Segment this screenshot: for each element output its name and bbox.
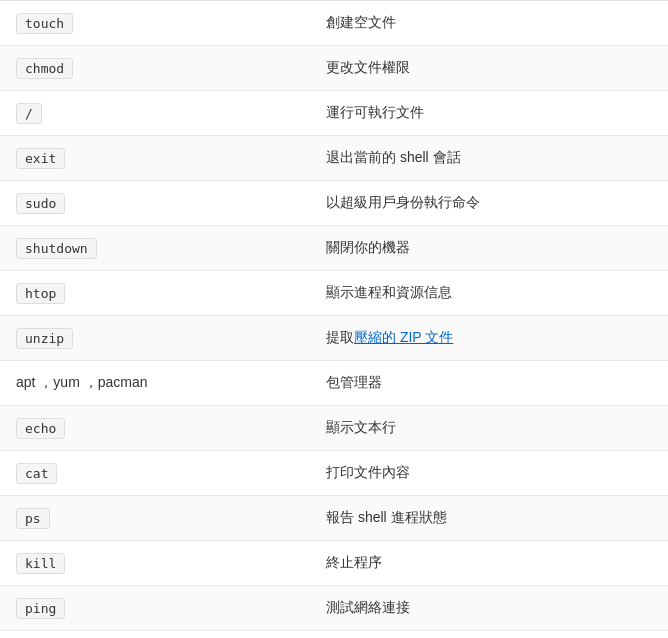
table-row: exit退出當前的 shell 會話 [0,136,668,181]
description-cell: 包管理器 [310,364,668,402]
command-cell: apt ，yum ，pacman [0,364,310,402]
command-cell: chmod [0,48,310,89]
command-cell: shutdown [0,228,310,269]
command-cell: touch [0,3,310,44]
description-cell: 打印文件內容 [310,454,668,492]
command-cell: kill [0,543,310,584]
table-row: unzip提取壓縮的 ZIP 文件 [0,316,668,361]
table-row: sudo以超級用戶身份執行命令 [0,181,668,226]
description-cell: 創建空文件 [310,4,668,42]
description-cell: 報告 shell 進程狀態 [310,499,668,537]
description-cell: 運行可執行文件 [310,94,668,132]
table-row: kill終止程序 [0,541,668,586]
command-cell: sudo [0,183,310,224]
command-cell: cat [0,453,310,494]
table-row: touch創建空文件 [0,1,668,46]
command-cell: ping [0,588,310,629]
command-badge: touch [16,13,73,34]
command-badge: cat [16,463,57,484]
command-badge: kill [16,553,65,574]
command-badge: ping [16,598,65,619]
table-row: shutdown關閉你的機器 [0,226,668,271]
table-row: apt ，yum ，pacman包管理器 [0,361,668,406]
description-cell: 退出當前的 shell 會話 [310,139,668,177]
command-badge: htop [16,283,65,304]
command-text: apt ，yum ，pacman [16,374,148,390]
table-row: /運行可執行文件 [0,91,668,136]
description-cell: 更改文件權限 [310,49,668,87]
table-row: ps報告 shell 進程狀態 [0,496,668,541]
description-cell: 顯示文本行 [310,409,668,447]
command-cell: echo [0,408,310,449]
command-cell: / [0,93,310,134]
command-badge: sudo [16,193,65,214]
command-table: touch創建空文件chmod更改文件權限/運行可執行文件exit退出當前的 s… [0,0,668,631]
command-cell: htop [0,273,310,314]
description-cell: 提取壓縮的 ZIP 文件 [310,319,668,357]
command-cell: exit [0,138,310,179]
command-badge: chmod [16,58,73,79]
command-badge: shutdown [16,238,97,259]
command-cell: unzip [0,318,310,359]
command-badge: unzip [16,328,73,349]
table-row: ping測試網絡連接 [0,586,668,631]
description-cell: 終止程序 [310,544,668,582]
description-cell: 以超級用戶身份執行命令 [310,184,668,222]
command-badge: / [16,103,42,124]
command-badge: echo [16,418,65,439]
description-cell: 測試網絡連接 [310,589,668,627]
table-row: echo顯示文本行 [0,406,668,451]
command-cell: ps [0,498,310,539]
command-badge: exit [16,148,65,169]
table-row: cat打印文件內容 [0,451,668,496]
description-cell: 顯示進程和資源信息 [310,274,668,312]
table-row: htop顯示進程和資源信息 [0,271,668,316]
command-badge: ps [16,508,50,529]
table-row: chmod更改文件權限 [0,46,668,91]
description-link[interactable]: 壓縮的 ZIP 文件 [354,329,453,345]
description-cell: 關閉你的機器 [310,229,668,267]
